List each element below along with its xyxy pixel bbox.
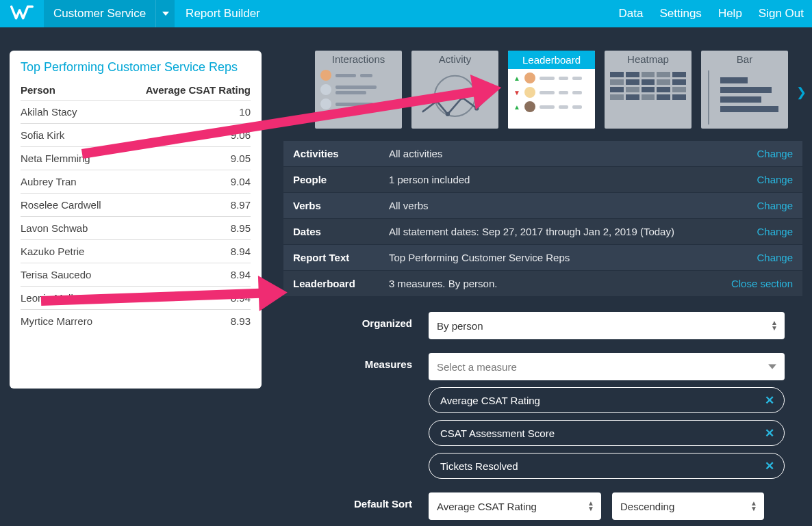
viz-option-interactions[interactable]: Interactions (315, 51, 402, 129)
measures-select[interactable]: Select a measure (429, 353, 785, 380)
module-dropdown-toggle[interactable] (155, 0, 175, 27)
viz-option-bar[interactable]: Bar (701, 51, 788, 129)
settings-label: Dates (293, 226, 389, 237)
table-row: Kazuko Petrie8.94 (21, 239, 251, 263)
default-sort-label: Default Sort (293, 492, 429, 510)
svg-point-1 (435, 99, 439, 103)
viz-next-button[interactable]: ❯ (796, 85, 807, 100)
settings-row-verbs: Verbs All verbs Change (283, 193, 802, 219)
settings-value: Top Performing Customer Service Reps (389, 252, 757, 263)
settings-value: All activities (389, 148, 757, 159)
settings-list: Activities All activities Change People … (283, 141, 802, 297)
viz-option-leaderboard[interactable]: Leaderboard ▲ ▼ ▲ (508, 51, 595, 129)
updown-icon: ▲▼ (750, 501, 757, 512)
sort-field-value: Average CSAT Rating (437, 501, 537, 512)
arrow-up-icon: ▲ (513, 103, 520, 111)
table-row: Terisa Saucedo8.94 (21, 263, 251, 286)
measure-chip: Tickets Resolved ✕ (429, 453, 785, 479)
table-row: Leonia Mello8.94 (21, 286, 251, 309)
organized-value: By person (437, 320, 483, 332)
settings-row-leaderboard: Leaderboard 3 measures. By person. Close… (283, 271, 802, 297)
settings-row-activities: Activities All activities Change (283, 141, 802, 167)
sort-direction-select[interactable]: Descending ▲▼ (612, 492, 764, 520)
settings-label: Activities (293, 148, 389, 159)
measures-placeholder: Select a measure (437, 361, 517, 373)
settings-label: Leaderboard (293, 278, 389, 289)
caret-down-icon (768, 365, 776, 369)
updown-icon: ▲▼ (587, 501, 594, 512)
settings-value: 3 measures. By person. (389, 278, 731, 289)
remove-measure-button[interactable]: ✕ (765, 426, 774, 440)
settings-row-people: People 1 person included Change (283, 167, 802, 193)
table-row: Neta Flemming9.05 (21, 146, 251, 170)
change-link[interactable]: Change (757, 226, 793, 237)
builder-panel: Interactions Activity (283, 51, 802, 516)
svg-point-3 (460, 95, 464, 99)
arrow-up-icon: ▲ (513, 75, 520, 82)
measures-label: Measures (293, 353, 429, 370)
settings-value: All statement dates: Sep 27, 2017 throug… (389, 226, 757, 237)
viz-option-label: Heatmap (605, 51, 692, 66)
settings-row-dates: Dates All statement dates: Sep 27, 2017 … (283, 219, 802, 245)
col-header-rating: Average CSAT Rating (146, 84, 251, 96)
measure-chip-label: Average CSAT Rating (440, 395, 540, 406)
settings-label: Verbs (293, 200, 389, 211)
table-row: Lavon Schwab8.95 (21, 216, 251, 239)
measure-chip-label: CSAT Assessment Score (440, 428, 555, 439)
viz-option-label: Interactions (315, 51, 402, 66)
top-nav: Customer Service Report Builder Data Set… (0, 0, 812, 27)
settings-value: All verbs (389, 200, 757, 211)
viz-option-heatmap[interactable]: Heatmap (605, 51, 692, 129)
svg-point-4 (474, 106, 479, 110)
table-row: Aubrey Tran9.04 (21, 170, 251, 193)
table-row: Roselee Cardwell8.97 (21, 193, 251, 216)
settings-value: 1 person included (389, 174, 757, 185)
viz-option-label: Activity (411, 51, 498, 66)
col-header-person: Person (21, 84, 55, 96)
report-preview-card: Top Performing Customer Service Reps Per… (10, 51, 262, 389)
svg-point-0 (435, 76, 475, 116)
viz-option-label: Leaderboard (508, 51, 595, 69)
settings-row-report-text: Report Text Top Performing Customer Serv… (283, 245, 802, 271)
leaderboard-config: Organized By person ▲▼ Measures Select a… (283, 300, 802, 526)
measure-chip-label: Tickets Resolved (440, 460, 518, 472)
organized-label: Organized (293, 312, 429, 329)
close-section-link[interactable]: Close section (731, 278, 793, 289)
change-link[interactable]: Change (757, 174, 793, 185)
change-link[interactable]: Change (757, 252, 793, 263)
measure-chip: CSAT Assessment Score ✕ (429, 420, 785, 446)
viz-option-label: Bar (701, 51, 788, 66)
nav-signout[interactable]: Sign Out (750, 0, 812, 27)
chevron-down-icon (162, 12, 169, 16)
nav-settings[interactable]: Settings (651, 0, 709, 27)
updown-icon: ▲▼ (771, 320, 778, 331)
viz-type-row: Interactions Activity (283, 51, 802, 129)
module-selector[interactable]: Customer Service (44, 0, 155, 27)
chevron-right-icon: ❯ (796, 86, 807, 99)
nav-help[interactable]: Help (710, 0, 750, 27)
settings-label: Report Text (293, 252, 389, 263)
measure-chip: Average CSAT Rating ✕ (429, 387, 785, 413)
table-row: Myrtice Marrero8.93 (21, 309, 251, 332)
table-row: Sofia Kirk9.06 (21, 123, 251, 146)
arrow-down-icon: ▼ (513, 89, 520, 96)
viz-option-activity[interactable]: Activity (411, 51, 498, 129)
svg-point-2 (446, 112, 450, 116)
page-title: Report Builder (175, 0, 271, 27)
remove-measure-button[interactable]: ✕ (765, 393, 774, 408)
nav-data[interactable]: Data (611, 0, 652, 27)
settings-label: People (293, 174, 389, 185)
logo[interactable] (0, 0, 44, 27)
change-link[interactable]: Change (757, 148, 793, 159)
remove-measure-button[interactable]: ✕ (765, 459, 774, 473)
preview-title: Top Performing Customer Service Reps (21, 60, 251, 75)
organized-select[interactable]: By person ▲▼ (429, 312, 785, 339)
sort-direction-value: Descending (620, 501, 674, 512)
sort-field-select[interactable]: Average CSAT Rating ▲▼ (429, 492, 601, 520)
change-link[interactable]: Change (757, 200, 793, 211)
table-row: Akilah Stacy10 (21, 100, 251, 123)
